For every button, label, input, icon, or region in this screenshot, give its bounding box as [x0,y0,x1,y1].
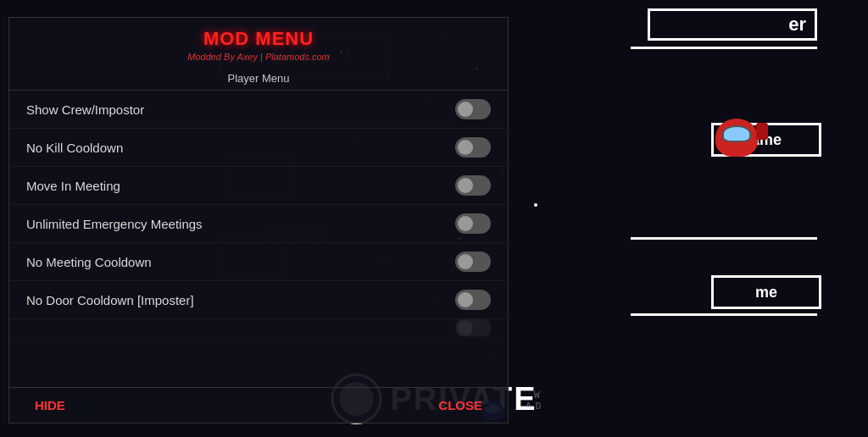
char-backpack [756,123,768,140]
menu-item-label: Unlimited Emergency Meetings [26,217,203,231]
menu-item-partial [9,319,508,337]
char-visor [722,125,751,142]
menu-item-label: No Kill Cooldown [26,141,123,155]
menu-item-label: No Door Cooldown [Imposter] [26,293,194,307]
player-name-box: er [648,8,817,41]
menu-item: Move In Meeting [9,167,508,205]
toggle-partial[interactable] [455,319,491,337]
menu-item: No Door Cooldown [Imposter] [9,281,508,319]
hide-button[interactable]: HIDE [35,398,65,412]
close-button[interactable]: CLOSE [438,398,482,412]
ui-line [631,313,817,316]
toggle-no-meeting-cooldown[interactable] [455,252,491,272]
menu-item: No Meeting Cooldown [9,243,508,281]
ui-line [631,237,817,240]
menu-item-label-move-in-meeting: Move In Meeting [26,179,120,193]
char-body [715,119,758,157]
game-ui-panel: er ame me [504,0,868,437]
toggle-unlimited-emergency[interactable] [455,213,491,234]
key-w: W [534,390,541,401]
menu-item: Show Crew/Impostor [9,91,508,129]
toggle-no-kill-cooldown[interactable] [455,137,491,158]
mod-menu-panel: MOD MENU Modded By Axey | Platamods.com … [8,17,509,423]
keyboard-hints: W A D [526,390,541,412]
character-red [715,119,758,157]
toggle-no-door-cooldown[interactable] [455,290,491,310]
game-bottom-box: me [711,275,821,309]
mod-menu-footer: HIDE CLOSE [9,387,508,423]
player-name-text: er [788,14,806,36]
key-a: A [526,401,531,412]
menu-items-list: Show Crew/Impostor No Kill Cooldown Move… [9,91,508,387]
menu-item-label: No Meeting Cooldown [26,255,152,269]
menu-item: Unlimited Emergency Meetings [9,205,508,243]
mod-menu-title: MOD MENU [9,28,508,50]
mod-menu-section-label: Player Menu [9,65,508,91]
toggle-show-crew[interactable] [455,99,491,119]
toggle-move-in-meeting[interactable] [455,175,491,196]
key-d: D [536,401,542,412]
mod-menu-subtitle: Modded By Axey | Platamods.com [9,52,508,62]
mod-menu-header: MOD MENU Modded By Axey | Platamods.com [9,18,508,65]
game-bottom-label: me [755,284,777,301]
menu-item: No Kill Cooldown [9,129,508,167]
menu-item-label: Show Crew/Impostor [26,102,144,117]
ui-line [631,47,817,49]
game-background: LINK! PUBL er ame me [0,0,868,437]
